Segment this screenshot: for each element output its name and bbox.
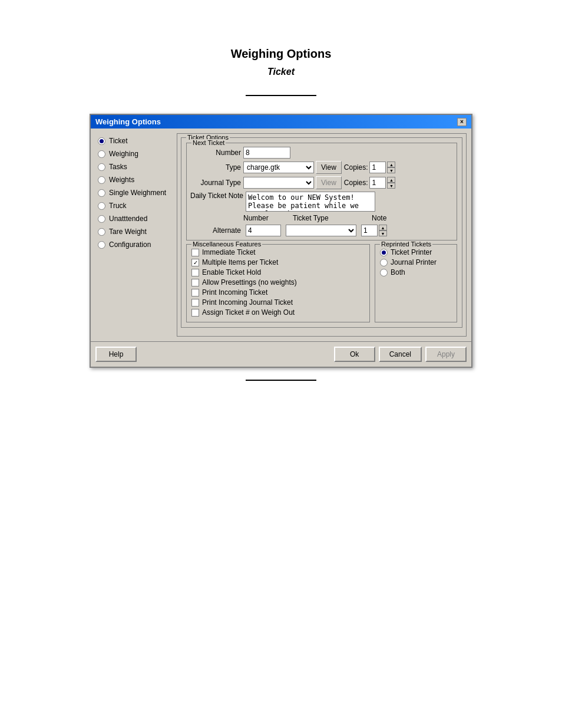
number-input[interactable] xyxy=(243,147,290,159)
misc-checkbox-5[interactable] xyxy=(191,299,199,307)
journal-type-label: Journal Type xyxy=(190,179,243,187)
misc-checkbox-4[interactable] xyxy=(191,289,199,297)
page-subtitle: Ticket xyxy=(267,67,295,77)
nav-item-ticket[interactable]: Ticket xyxy=(95,136,172,146)
nav-radio-single-weighment[interactable] xyxy=(98,189,105,197)
journal-copies-input[interactable] xyxy=(369,177,386,189)
journal-view-button[interactable]: View xyxy=(316,176,342,189)
bottom-divider xyxy=(246,380,316,381)
daily-note-input[interactable]: Welcom to our NEW System! Please be pati… xyxy=(246,192,375,212)
reprinted-group: Reprinted Tickets Ticket Printer Journal… xyxy=(375,244,457,322)
misc-checkbox-0[interactable] xyxy=(191,249,199,256)
nav-item-configuration[interactable]: Configuration xyxy=(95,239,172,250)
misc-checkbox-1[interactable] xyxy=(191,259,199,266)
reprinted-label: Reprinted Tickets xyxy=(380,241,432,248)
nav-label-truck: Truck xyxy=(109,202,127,210)
content-panel: Ticket Options Next Ticket Number Type c… xyxy=(177,133,467,337)
type-label: Type xyxy=(190,163,243,172)
nav-item-weighing[interactable]: Weighing xyxy=(95,149,172,159)
alternate-ticket-type-select[interactable] xyxy=(286,225,356,236)
page-title: Weighing Options xyxy=(231,47,332,61)
type-copies-up[interactable]: ▲ xyxy=(387,162,395,167)
misc-checkbox-2[interactable] xyxy=(191,269,199,276)
type-copies-label: Copies: xyxy=(344,163,368,172)
type-copies-input[interactable] xyxy=(369,162,386,173)
reprinted-item-1[interactable]: Journal Printer xyxy=(380,258,452,266)
nav-radio-ticket[interactable] xyxy=(98,137,105,145)
cancel-button[interactable]: Cancel xyxy=(379,347,422,362)
ticket-options-group: Ticket Options Next Ticket Number Type c… xyxy=(181,137,462,328)
type-select[interactable]: charge.gtk xyxy=(243,162,314,173)
number-label: Number xyxy=(190,149,243,157)
misc-item-5: Print Incoming Journal Ticket xyxy=(191,298,365,307)
weighing-options-dialog: Weighing Options × Ticket Weighing Tasks… xyxy=(90,114,472,368)
nav-label-single-weighment: Single Weighment xyxy=(109,189,166,197)
dialog-close-button[interactable]: × xyxy=(457,118,467,126)
journal-copies-label: Copies: xyxy=(344,179,368,187)
nav-radio-tasks[interactable] xyxy=(98,163,105,171)
misc-item-6: Assign Ticket # on Weigh Out xyxy=(191,308,365,317)
nav-item-single-weighment[interactable]: Single Weighment xyxy=(95,187,172,198)
nav-item-unatttended[interactable]: Unatttended xyxy=(95,213,172,224)
alternate-note-input[interactable] xyxy=(361,225,378,236)
misc-item-label-6: Assign Ticket # on Weigh Out xyxy=(202,308,295,317)
reprinted-item-label-2: Both xyxy=(391,268,405,276)
misc-item-label-4: Print Incoming Ticket xyxy=(202,288,267,297)
nav-item-tasks[interactable]: Tasks xyxy=(95,162,172,172)
misc-label: Miscellaneous Features xyxy=(191,241,262,248)
misc-item-3: Allow Presettings (no weights) xyxy=(191,278,365,286)
nav-radio-tare-weight[interactable] xyxy=(98,228,105,236)
nav-radio-unatttended[interactable] xyxy=(98,215,105,223)
alt-header-ticket-type: Ticket Type xyxy=(293,214,369,222)
journal-copies-up[interactable]: ▲ xyxy=(387,177,395,183)
next-ticket-label: Next Ticket xyxy=(191,139,226,146)
nav-label-tasks: Tasks xyxy=(109,163,127,171)
reprinted-item-2[interactable]: Both xyxy=(380,268,452,276)
reprinted-radio-1[interactable] xyxy=(380,259,388,266)
misc-item-label-1: Multiple Items per Ticket xyxy=(202,258,278,266)
nav-radio-weighing[interactable] xyxy=(98,150,105,158)
misc-item-0: Immediate Ticket xyxy=(191,248,365,256)
nav-label-weights: Weights xyxy=(109,176,134,184)
journal-copies-down[interactable]: ▼ xyxy=(387,183,395,189)
reprinted-item-0[interactable]: Ticket Printer xyxy=(380,248,452,256)
misc-item-label-5: Print Incoming Journal Ticket xyxy=(202,298,293,307)
type-copies-down[interactable]: ▼ xyxy=(387,167,395,173)
journal-type-select[interactable] xyxy=(243,177,314,189)
next-ticket-group: Next Ticket Number Type charge.gtk View … xyxy=(186,143,457,241)
misc-item-label-3: Allow Presettings (no weights) xyxy=(202,278,297,286)
alternate-number-input[interactable] xyxy=(246,225,281,236)
misc-checkbox-3[interactable] xyxy=(191,279,199,286)
ok-button[interactable]: Ok xyxy=(334,347,375,362)
nav-panel: Ticket Weighing Tasks Weights Single Wei… xyxy=(95,133,172,337)
dialog-title: Weighing Options xyxy=(95,117,161,126)
reprinted-radio-2[interactable] xyxy=(380,269,388,276)
misc-item-label-0: Immediate Ticket xyxy=(202,248,256,256)
alternate-note-up[interactable]: ▲ xyxy=(379,225,387,230)
nav-label-configuration: Configuration xyxy=(109,241,151,249)
nav-radio-weights[interactable] xyxy=(98,176,105,184)
nav-label-tare-weight: Tare Weight xyxy=(109,228,147,236)
nav-item-weights[interactable]: Weights xyxy=(95,174,172,185)
alternate-note-down[interactable]: ▼ xyxy=(379,230,387,236)
dialog-footer: Help Ok Cancel Apply xyxy=(91,341,471,367)
daily-note-label: Daily Ticket Note xyxy=(190,192,246,200)
reprinted-radio-0[interactable] xyxy=(380,249,388,256)
alt-header-note: Note xyxy=(372,214,386,222)
nav-label-unatttended: Unatttended xyxy=(109,215,147,223)
misc-checkbox-6[interactable] xyxy=(191,309,199,317)
alt-header-number: Number xyxy=(243,214,290,222)
misc-item-2: Enable Ticket Hold xyxy=(191,268,365,276)
nav-item-truck[interactable]: Truck xyxy=(95,200,172,211)
misc-item-label-2: Enable Ticket Hold xyxy=(202,268,261,276)
help-button[interactable]: Help xyxy=(95,347,137,362)
misc-item-1: Multiple Items per Ticket xyxy=(191,258,365,266)
apply-button[interactable]: Apply xyxy=(425,347,467,362)
nav-radio-truck[interactable] xyxy=(98,202,105,210)
nav-item-tare-weight[interactable]: Tare Weight xyxy=(95,226,172,237)
nav-label-ticket: Ticket xyxy=(109,137,128,145)
misc-group: Miscellaneous Features Immediate Ticket … xyxy=(186,244,370,322)
type-view-button[interactable]: View xyxy=(316,161,342,174)
nav-radio-configuration[interactable] xyxy=(98,241,105,249)
misc-item-4: Print Incoming Ticket xyxy=(191,288,365,297)
